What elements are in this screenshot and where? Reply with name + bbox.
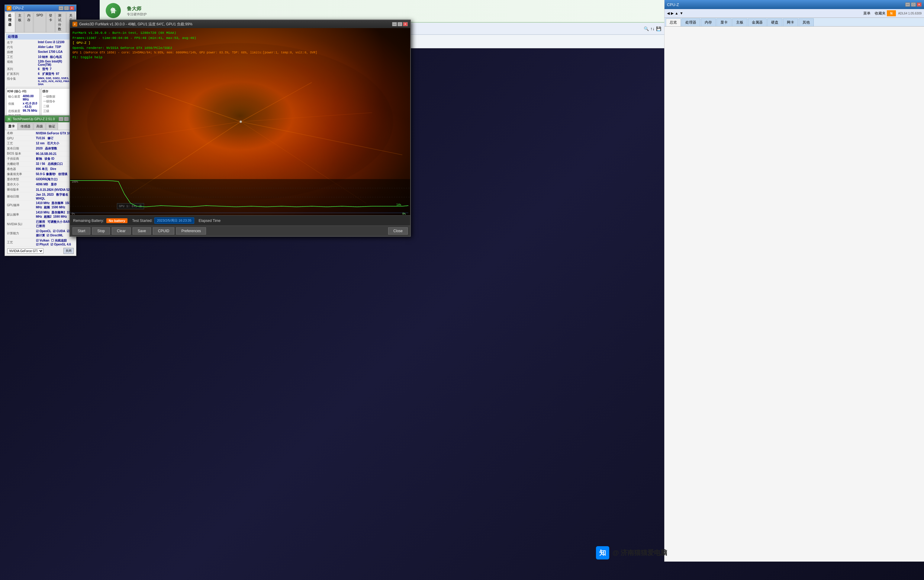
gpuz-tab-sensors[interactable]: 传感器 [18, 123, 33, 130]
furmark-window-controls: — □ ✕ [392, 22, 408, 26]
right-panel: CPU-Z — □ ✕ ◀ ▶ ▲ ▼ 菜单 收藏夹 N ADL64 1.05.… [664, 0, 924, 562]
rp-tab-overview[interactable]: 总览 [666, 18, 681, 26]
gpuz-val-tech-support: ☑Vulkan ☐光线追踪 ☑PhysX ☑OpenGL 4.6 [35, 238, 75, 247]
right-toolbar-favorites[interactable]: 收藏夹 [875, 11, 886, 16]
gpuz-tab-card[interactable]: 显卡 [5, 123, 18, 130]
right-panel-logo-area: N [887, 10, 896, 16]
gpuz-minimize-btn[interactable]: — [59, 117, 63, 121]
right-panel-version: ADL64 1.05.6309 [898, 12, 922, 15]
right-panel-up-btn[interactable]: ▲ [675, 11, 678, 15]
gpuz-val-name: NVIDIA GeForce GTX 16 [35, 131, 75, 136]
gpuz-tab-advanced[interactable]: 高级 [33, 123, 46, 130]
gpuz-label-color: 着色器 [6, 166, 35, 172]
cpuz-close-btn[interactable]: ✕ [69, 6, 74, 10]
cpuz-row-instructions: 指令集 MMX, SSE, SSE2, SSE3, SS, AES, AVX, … [6, 76, 75, 86]
furmark-close-btn[interactable]: Close [388, 227, 408, 235]
furmark-cpuid-btn[interactable]: CPUID [153, 227, 174, 235]
gpuz-row-vendor: 子供应商 影驰 设备 ID [6, 157, 75, 161]
rp-tab-memory[interactable]: 内存 [701, 18, 716, 26]
gpuz-row-bios: BIOS 版本 90.16.5B.00.21 [6, 151, 75, 157]
furmark-overlay-line2: Frames:11987 - time:00:04:06 - FPS:49 (m… [73, 36, 317, 41]
cpuz-tab-bar: 处理器 主板 内存 SPD 登卡 测试分数 关于 [5, 12, 76, 33]
furmark-minimize-btn[interactable]: — [392, 22, 397, 26]
gpuz-maximize-btn[interactable]: □ [64, 117, 69, 121]
rp-tab-processor[interactable]: 处理器 [681, 18, 700, 26]
gpuz-label-default-clock: 默认频率 [6, 210, 35, 219]
watermark-at: @ 济南猫猫爱电脑 [612, 548, 667, 557]
furmark-clear-btn[interactable]: Clear [112, 227, 131, 235]
cpuz-clock-header: 时钟 (核心 #0) [7, 89, 39, 94]
gpuz-close-btn[interactable]: 关闭 [63, 248, 74, 254]
cpuz-multiplier-row: 倍频 x 41.0 (8.0 - 43.0) [7, 101, 39, 109]
furmark-close-btn-top[interactable]: ✕ [403, 22, 408, 26]
cpuz-tab-processor[interactable]: 处理器 [5, 12, 15, 32]
cpuz-multiplier-val: x 41.0 (8.0 - 43.0) [22, 101, 39, 109]
gpuz-label-gpu-clock: GPU频率 [6, 201, 35, 210]
right-panel-close-btn[interactable]: ✕ [917, 2, 922, 7]
furmark-graph-svg: 100% 0% 14% 0% [70, 179, 410, 215]
cpuz-title-text: CPU-Z [13, 6, 24, 10]
gpuz-tab-bar: 显卡 传感器 高级 验证 [5, 122, 76, 130]
right-panel-prev-btn[interactable]: ◀ [667, 11, 670, 15]
furmark-stop-btn[interactable]: Stop [92, 227, 110, 235]
gpuz-row-default-clock: 默认频率 1410 MHz 显存频率2 1500 MHz 超频2 1590 MH… [6, 210, 75, 219]
svg-point-10 [240, 121, 241, 122]
gpuz-row-fillrate: 像素填充率 50.9 G 像素/秒 纹理填 [6, 172, 75, 177]
cpuz-row-tech: 工艺 10 纳米 核心电压 [6, 54, 75, 59]
cpuz-tab-spd[interactable]: SPD [33, 12, 46, 32]
cpuz-clock-table: 核心速度 4090.00 MHz 倍频 x 41.0 (8.0 - 43.0) … [7, 94, 39, 119]
gpuz-val-gpu: TU116 修订 [35, 136, 75, 141]
cpuz-titlebar: Z CPU-Z — □ ✕ [5, 5, 76, 12]
cpuz-row-ext-family: 扩展系列 6 扩展型号 97 [6, 72, 75, 76]
topbar-search-icon: 🔍 [644, 26, 649, 31]
remaining-battery-label: Remaining Battery: [73, 219, 104, 223]
gpuz-titlebar: G TechPowerUp GPU-Z 2.51.0 — □ ✕ [5, 115, 76, 122]
cpuz-minimize-btn[interactable]: — [59, 6, 63, 10]
cpuz-tab-motherboard[interactable]: 主板 [15, 12, 24, 32]
topbar-sort-label: ↑↓ [650, 26, 655, 31]
cpuz-cache-l3-label: 三级 [42, 109, 56, 114]
right-panel-minimize-btn[interactable]: — [905, 2, 910, 7]
furmark-save-btn[interactable]: Save [133, 227, 151, 235]
right-panel-toolbar: ◀ ▶ ▲ ▼ 菜单 收藏夹 N ADL64 1.05.6309 [665, 9, 924, 18]
right-toolbar-menu[interactable]: 菜单 [863, 11, 871, 16]
cpuz-tab-bench[interactable]: 测试分数 [55, 12, 66, 32]
gpuz-val-tech: 12 nm 芯片大小 [35, 141, 75, 146]
rp-tab-hardware[interactable]: 金属器 [748, 18, 767, 26]
furmark-overlay-line5: GPU 1 (GeForce GTX 1650) - core: 1545MHz… [73, 50, 317, 55]
cpuz-info-table: 名字 Intel Core i3 12100 代号 Alder Lake TDP… [6, 40, 75, 86]
gpuz-val-default-clock: 1410 MHz 显存频率2 1500 MHz 超频2 1590 MHz [35, 210, 75, 219]
rp-tab-other[interactable]: 其他 [799, 18, 814, 26]
furmark-preferences-btn[interactable]: Preferences [176, 227, 206, 235]
gpuz-gpu-select[interactable]: NVIDIA GeForce GTX 1650 [7, 249, 43, 254]
no-battery-badge: No battery [106, 218, 127, 223]
gpuz-label-memsize: 显存大小 [6, 182, 35, 187]
right-panel-down-btn[interactable]: ▼ [680, 11, 683, 15]
svg-text:0%: 0% [72, 212, 75, 215]
right-panel-maximize-btn[interactable]: □ [911, 2, 916, 7]
gpuz-row-memsize: 显存大小 4096 MB 显存 [6, 182, 75, 187]
rp-tab-motherboard[interactable]: 主板 [732, 18, 747, 26]
cpuz-tab-gpu[interactable]: 登卡 [46, 12, 55, 32]
gpuz-row-memtype: 显存类型 GDDR6(海力士) [6, 177, 75, 182]
furmark-maximize-btn[interactable]: □ [398, 22, 403, 26]
cpuz-core-speed-label: 核心速度 [7, 94, 22, 101]
cpuz-row-socket: 插槽 Socket 1700 LGA [6, 50, 75, 54]
gpuz-label-compute: 计算能力 [6, 229, 35, 238]
gpuz-tab-verify[interactable]: 验证 [46, 123, 58, 130]
gpuz-footer-row: NVIDIA GeForce GTX 1650 关闭 [6, 247, 75, 255]
right-panel-brand: N [891, 12, 893, 15]
rp-tab-network[interactable]: 网卡 [783, 18, 798, 26]
rp-tab-storage[interactable]: 硬盘 [767, 18, 782, 26]
cpuz-maximize-btn[interactable]: □ [64, 6, 69, 10]
rp-tab-gpu[interactable]: 显卡 [716, 18, 732, 26]
cpuz-tab-memory[interactable]: 内存 [25, 12, 33, 32]
furmark-start-btn[interactable]: Start [73, 227, 90, 235]
furmark-overlay-line4: OpenGL renderer: NVIDIA GeForce GTX 1650… [73, 46, 317, 51]
cpuz-label-socket: 插槽 [6, 50, 37, 54]
cpuz-label-ext-family: 扩展系列 [6, 72, 37, 76]
furmark-viewport: FurMark v1.30.0.0 - Burn-in test, 1280x7… [70, 28, 410, 215]
furmark-status-bar: Remaining Battery: No battery Test Start… [70, 215, 410, 226]
right-panel-next-btn[interactable]: ▶ [671, 11, 673, 15]
cpuz-icon: Z [7, 6, 12, 11]
